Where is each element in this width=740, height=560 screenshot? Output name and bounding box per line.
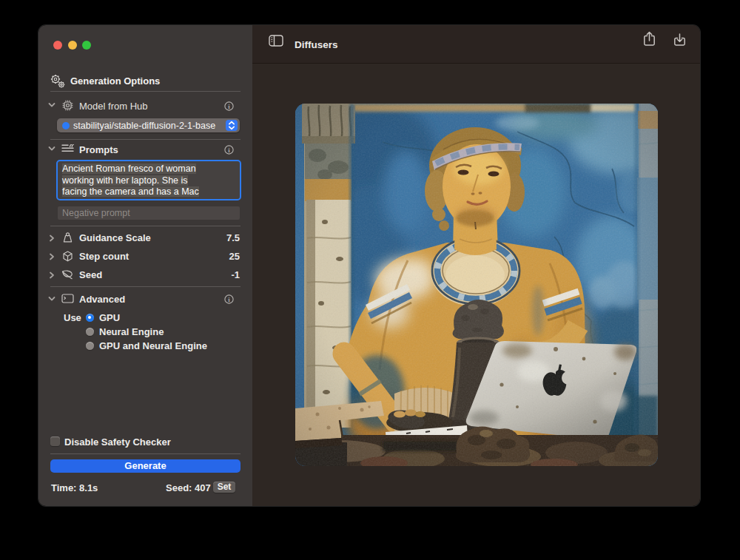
svg-text:i: i xyxy=(228,102,230,109)
svg-text:i: i xyxy=(228,146,230,153)
svg-text:i: i xyxy=(228,295,230,303)
